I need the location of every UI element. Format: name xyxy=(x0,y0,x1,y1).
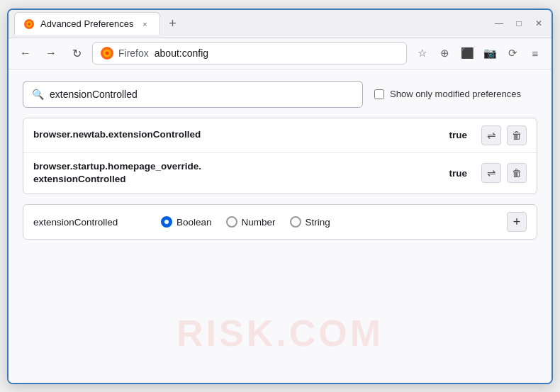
pref-name-2-line2: extensionControlled xyxy=(33,173,449,186)
radio-boolean-label: Boolean xyxy=(177,217,212,228)
pref-row-2: browser.startup.homepage_override. exten… xyxy=(23,153,537,194)
forward-button[interactable]: → xyxy=(41,43,61,63)
pref-row-1: browser.newtab.extensionControlled true … xyxy=(23,118,537,153)
radio-number-circle xyxy=(226,216,237,228)
window-controls: — □ ✕ xyxy=(492,16,546,30)
address-bar[interactable]: Firefox about:config xyxy=(92,42,407,65)
delete-button-1[interactable]: 🗑 xyxy=(507,125,527,145)
pref-name-2: browser.startup.homepage_override. exten… xyxy=(33,160,449,187)
svg-point-5 xyxy=(106,52,109,55)
title-bar: Advanced Preferences × + — □ ✕ xyxy=(9,10,551,38)
radio-boolean-circle xyxy=(161,216,172,228)
close-button[interactable]: ✕ xyxy=(532,16,546,30)
delete-button-2[interactable]: 🗑 xyxy=(507,163,527,183)
pref-name-1: browser.newtab.extensionControlled xyxy=(33,128,449,142)
camera-icon[interactable]: 📷 xyxy=(481,44,499,62)
svg-point-2 xyxy=(28,23,30,26)
prefs-table: browser.newtab.extensionControlled true … xyxy=(23,118,537,195)
add-pref-name: extensionControlled xyxy=(33,217,147,228)
content-area: RISK.COM 🔍 Show only modified preference… xyxy=(9,69,551,383)
toggle-button-2[interactable] xyxy=(481,163,501,183)
minimize-button[interactable]: — xyxy=(492,16,506,30)
modified-only-checkbox[interactable] xyxy=(374,89,384,99)
add-pref-row: extensionControlled Boolean Number Strin… xyxy=(23,204,537,240)
address-path: about:config xyxy=(155,47,208,59)
radio-string[interactable]: String xyxy=(290,216,330,228)
refresh-button[interactable]: ↻ xyxy=(67,43,86,63)
toggle-button-1[interactable] xyxy=(481,125,501,145)
browser-tab[interactable]: Advanced Preferences × xyxy=(14,12,160,35)
back-button[interactable]: ← xyxy=(16,43,35,63)
radio-boolean[interactable]: Boolean xyxy=(161,216,212,228)
firefox-logo xyxy=(100,46,114,60)
radio-string-label: String xyxy=(306,217,330,228)
pref-name-2-line1: browser.startup.homepage_override. xyxy=(33,160,449,174)
browser-window: Advanced Preferences × + — □ ✕ ← → ↻ Fir… xyxy=(7,9,553,384)
extensions-icon[interactable]: ⬛ xyxy=(458,44,476,62)
search-icon: 🔍 xyxy=(32,89,44,100)
trash-icon-2: 🗑 xyxy=(512,167,522,179)
nav-icons: ☆ ⊕ ⬛ 📷 ⟳ ≡ xyxy=(413,44,544,62)
pref-actions-2: 🗑 xyxy=(481,163,527,183)
modified-only-checkbox-label[interactable]: Show only modified preferences xyxy=(374,89,521,99)
search-input[interactable] xyxy=(50,89,354,100)
tab-close-button[interactable]: × xyxy=(140,18,151,30)
address-text: Firefox about:config xyxy=(118,47,208,59)
shield-icon[interactable]: ⊕ xyxy=(435,44,454,62)
site-name: Firefox xyxy=(118,47,149,59)
firefox-tab-icon xyxy=(23,18,35,30)
pref-actions-1: 🗑 xyxy=(481,125,527,145)
search-row: 🔍 Show only modified preferences xyxy=(23,81,537,108)
tab-title: Advanced Preferences xyxy=(40,18,134,29)
nav-bar: ← → ↻ Firefox about:config ☆ ⊕ ⬛ 📷 ⟳ ≡ xyxy=(9,38,551,69)
trash-icon-1: 🗑 xyxy=(512,130,522,141)
pref-value-2: true xyxy=(449,168,467,179)
watermark: RISK.COM xyxy=(177,312,383,354)
radio-number[interactable]: Number xyxy=(226,216,276,228)
bookmark-icon[interactable]: ☆ xyxy=(413,44,431,62)
add-button[interactable]: + xyxy=(507,212,527,232)
pref-value-1: true xyxy=(449,130,467,140)
restore-button[interactable]: □ xyxy=(512,16,526,30)
arrows-icon-1 xyxy=(487,129,496,142)
radio-group: Boolean Number String xyxy=(161,216,493,228)
arrows-icon-2 xyxy=(487,167,496,179)
menu-icon[interactable]: ≡ xyxy=(526,44,544,62)
new-tab-button[interactable]: + xyxy=(163,13,183,33)
radio-string-circle xyxy=(290,216,301,228)
sync-icon[interactable]: ⟳ xyxy=(503,44,522,62)
search-box[interactable]: 🔍 xyxy=(23,81,363,108)
radio-number-label: Number xyxy=(242,217,276,228)
modified-only-label: Show only modified preferences xyxy=(390,89,521,99)
